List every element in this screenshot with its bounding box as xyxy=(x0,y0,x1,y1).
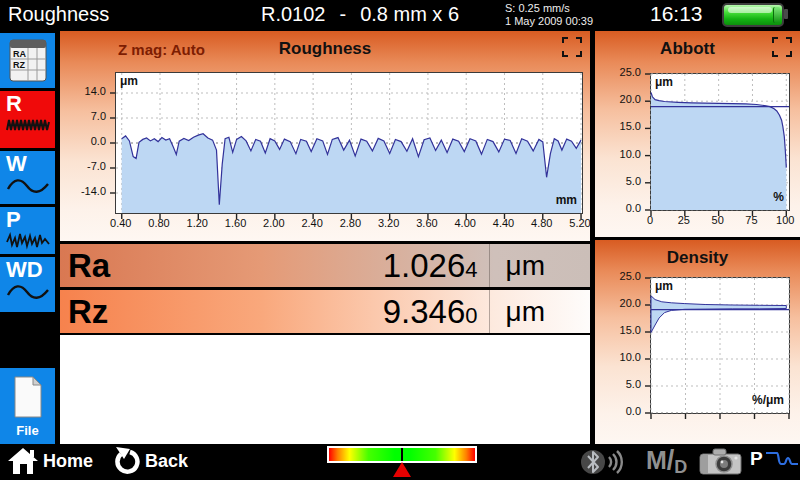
sidebar-item-waviness[interactable]: W xyxy=(0,151,55,204)
tick-label: 7.0 xyxy=(60,110,106,122)
back-label: Back xyxy=(145,451,188,472)
sidebar-item-ra-rz-table[interactable]: RA RZ xyxy=(0,33,55,88)
chart-title: Abbott xyxy=(575,39,800,59)
tick-label: 14.0 xyxy=(60,85,106,97)
axis-unit-label: %/μm xyxy=(732,393,784,407)
roughness-wave-icon xyxy=(6,116,50,134)
tick-label: 5.0 xyxy=(595,175,641,187)
back-button[interactable]: Back xyxy=(112,447,188,475)
parameter-name: Rz xyxy=(68,293,108,331)
tick-label: -7.0 xyxy=(60,160,106,172)
wd-wave-icon xyxy=(6,282,50,302)
camera-icon xyxy=(698,446,744,476)
datetime-status: 1 May 2009 00:39 xyxy=(505,15,593,28)
axis-unit-label: μm xyxy=(655,75,673,89)
axis-unit-label: μm xyxy=(655,279,673,293)
tick-label: 25.0 xyxy=(595,270,641,282)
profile-trace-icon xyxy=(765,448,799,470)
result-row-ra[interactable]: Ra 1.0264 μm xyxy=(60,244,590,287)
md-toggle[interactable]: M/D xyxy=(646,445,687,476)
last-digit: 4 xyxy=(465,257,477,282)
tick-label: 0.0 xyxy=(595,405,641,417)
roughness-panel: Z mag: Auto Roughness 14.07.00.0-7.0-14.… xyxy=(60,31,590,241)
waviness-wave-icon xyxy=(6,176,50,196)
tick-label: 20.0 xyxy=(595,93,641,105)
level-pointer-icon xyxy=(393,462,411,477)
separator: - xyxy=(339,3,346,25)
chart-title: Density xyxy=(595,248,800,268)
roughness_profile-plot xyxy=(115,72,583,214)
screen-title: Roughness xyxy=(8,3,109,26)
tick-label: 100 xyxy=(763,214,800,226)
primary-profile-wave-icon xyxy=(6,232,50,250)
home-icon xyxy=(8,447,38,475)
tick-label: 10.0 xyxy=(595,351,641,363)
sidebar-item-roughness[interactable]: R xyxy=(0,91,55,148)
tick-label: 10.0 xyxy=(595,148,641,160)
parameter-value: 9.3460 xyxy=(383,293,478,331)
clock: 16:13 xyxy=(650,2,703,26)
table-icon: RA RZ xyxy=(9,39,47,82)
back-arrow-icon xyxy=(112,447,140,475)
density-panel: Density 25.020.015.010.05.00.0μm%/μm xyxy=(595,240,800,444)
abbott-panel: Abbott 25.020.015.010.05.00.00255075100μ… xyxy=(595,31,800,237)
results-empty-area xyxy=(60,335,590,444)
home-button[interactable]: Home xyxy=(8,447,93,475)
last-digit: 0 xyxy=(465,303,477,328)
parameter-name: Ra xyxy=(68,247,110,285)
p-profile-indicator[interactable]: P xyxy=(750,448,799,470)
axis-unit-label: mm xyxy=(525,193,577,207)
cutoff-setting: 0.8 mm x 6 xyxy=(360,3,459,25)
svg-text:RZ: RZ xyxy=(13,60,25,70)
home-label: Home xyxy=(43,451,93,472)
tick-label: 0.0 xyxy=(60,135,106,147)
bottom-bar: Home Back M/D xyxy=(0,444,800,480)
sidebar-item-label: R xyxy=(6,92,55,116)
chart-title: Roughness xyxy=(60,39,590,59)
tick-label: 15.0 xyxy=(595,324,641,336)
file-icon xyxy=(12,376,44,418)
tick-label: 0.0 xyxy=(595,202,641,214)
sidebar-item-label: P xyxy=(6,208,55,232)
tick-label: 5.0 xyxy=(595,378,641,390)
parameter-unit: μm xyxy=(506,296,545,328)
parameter-value: 1.0264 xyxy=(383,247,478,285)
tick-label: -14.0 xyxy=(60,185,106,197)
sidebar-item-label: W xyxy=(6,152,55,176)
screenshot-button[interactable] xyxy=(698,446,744,480)
program-id: R.0102 xyxy=(261,3,326,25)
device-screen: Roughness R.0102-0.8 mm x 6 S: 0.25 mm/s… xyxy=(0,0,800,480)
sidebar-item-profile[interactable]: P xyxy=(0,207,55,254)
sidebar-item-file[interactable]: File xyxy=(0,368,55,444)
speed-status: S: 0.25 mm/s xyxy=(505,2,593,15)
bluetooth-status[interactable] xyxy=(580,447,628,480)
sidebar-item-label: WD xyxy=(6,258,55,282)
svg-text:RA: RA xyxy=(13,49,26,59)
level-indicator xyxy=(327,446,477,463)
axis-unit-label: % xyxy=(732,190,784,204)
axis-unit-label: μm xyxy=(120,74,138,88)
measurement-settings[interactable]: R.0102-0.8 mm x 6 xyxy=(210,3,510,26)
tick-label: 25.0 xyxy=(595,66,641,78)
status-block: S: 0.25 mm/s 1 May 2009 00:39 xyxy=(505,2,593,28)
bluetooth-icon xyxy=(580,447,628,477)
expand-brackets-icon[interactable] xyxy=(772,37,792,57)
result-row-rz[interactable]: Rz 9.3460 μm xyxy=(60,290,590,333)
tick-label: 15.0 xyxy=(595,120,641,132)
battery-icon xyxy=(722,3,790,27)
tick-label: 20.0 xyxy=(595,297,641,309)
sidebar-item-wd[interactable]: WD xyxy=(0,257,55,312)
sidebar-item-label: File xyxy=(0,423,55,438)
parameter-unit: μm xyxy=(506,250,545,282)
level-center-line xyxy=(401,448,403,461)
top-bar: Roughness R.0102-0.8 mm x 6 S: 0.25 mm/s… xyxy=(0,0,800,30)
